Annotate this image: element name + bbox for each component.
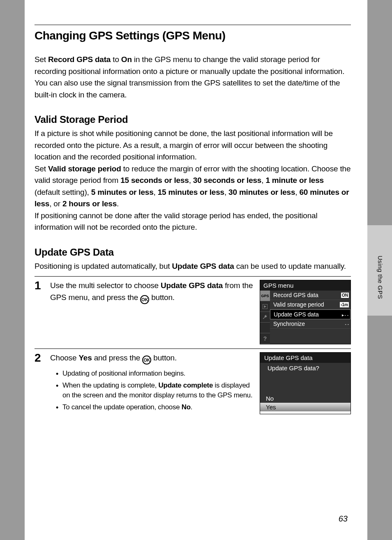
ok-button-icon: OK bbox=[140, 295, 149, 304]
gps-menu-screenshot: GPS menu GPS ? Record GPS dataON Valid s… bbox=[260, 280, 351, 344]
chevron-right-icon: ▸ bbox=[342, 313, 344, 317]
intro-paragraph: Set Record GPS data to On in the GPS men… bbox=[35, 54, 351, 101]
step-2: 2 Choose Yes and press the OK button. Up… bbox=[35, 352, 351, 414]
help-tab-icon: ? bbox=[260, 333, 270, 344]
title-rule bbox=[35, 25, 351, 25]
screen-title: Update GPS data bbox=[260, 353, 350, 363]
screen-tabs: GPS ? bbox=[260, 291, 270, 344]
step-instruction: Use the multi selector to choose Update … bbox=[50, 280, 255, 304]
step-bullets: Updating of positional information begin… bbox=[56, 369, 255, 413]
option-no: No bbox=[260, 394, 350, 403]
valid-storage-section: Valid Storage Period If a picture is sho… bbox=[35, 114, 351, 233]
bullet-item: When the updating is complete, Update co… bbox=[56, 381, 255, 401]
svg-marker-1 bbox=[264, 305, 266, 308]
menu-value: - - bbox=[345, 322, 349, 326]
menu-item-synchronize: Synchronize- - bbox=[270, 319, 350, 329]
bullet-item: To cancel the update operation, choose N… bbox=[56, 402, 255, 413]
menu-value: - - bbox=[345, 313, 348, 317]
section-paragraph: If positioning cannot be done after the … bbox=[35, 210, 351, 233]
step-divider bbox=[35, 276, 351, 277]
step-number: 2 bbox=[35, 352, 44, 364]
section-heading: Update GPS Data bbox=[35, 247, 351, 258]
menu-value: ‹1m bbox=[340, 302, 349, 307]
ok-button-icon: OK bbox=[142, 355, 151, 365]
section-paragraph: If a picture is shot while positioning c… bbox=[35, 128, 351, 163]
page-title: Changing GPS Settings (GPS Menu) bbox=[35, 29, 351, 42]
play-tab-icon bbox=[260, 301, 270, 312]
update-gps-screenshot: Update GPS data Update GPS data? No Yes bbox=[260, 352, 351, 414]
update-gps-section: Update GPS Data Positioning is updated a… bbox=[35, 247, 351, 272]
menu-item-valid-storage: Valid storage period‹1m bbox=[270, 300, 350, 309]
step-instruction: Choose Yes and press the OK button. bbox=[50, 352, 255, 365]
step-divider bbox=[35, 348, 351, 349]
menu-value: ON bbox=[341, 293, 349, 298]
side-section-label: Using the GPS bbox=[377, 256, 384, 299]
menu-item-record-gps: Record GPS dataON bbox=[270, 291, 350, 300]
gps-tab-icon: GPS bbox=[260, 291, 270, 301]
menu-item-update-gps: Update GPS data▸- - bbox=[270, 309, 350, 319]
menu-item-blank bbox=[270, 329, 350, 338]
section-paragraph: Positioning is updated automatically, bu… bbox=[35, 261, 351, 272]
wrench-tab-icon bbox=[260, 312, 270, 323]
step-number: 1 bbox=[35, 280, 44, 291]
screen-prompt: Update GPS data? bbox=[260, 363, 350, 394]
section-paragraph: Set Valid storage period to reduce the m… bbox=[35, 163, 351, 210]
section-heading: Valid Storage Period bbox=[35, 114, 351, 125]
option-yes: Yes bbox=[260, 403, 350, 411]
screen-title: GPS menu bbox=[260, 280, 350, 291]
manual-page: Changing GPS Settings (GPS Menu) Set Rec… bbox=[25, 0, 367, 540]
blank-tab bbox=[260, 323, 270, 333]
page-number: 63 bbox=[339, 514, 348, 524]
bullet-item: Updating of positional information begin… bbox=[56, 369, 255, 379]
step-1: 1 Use the multi selector to choose Updat… bbox=[35, 280, 351, 344]
